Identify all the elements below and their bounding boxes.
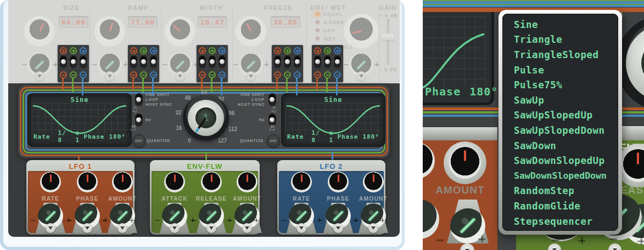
env-attack-target-button[interactable] — [170, 223, 180, 233]
radio-wet[interactable] — [316, 37, 320, 41]
radio-equal[interactable] — [316, 12, 320, 16]
drywet-knob[interactable] — [344, 14, 379, 49]
knob-line — [368, 211, 378, 221]
lfo2-phase-knob[interactable] — [328, 172, 349, 192]
knob-pointer — [122, 174, 124, 182]
menu-item-sawdownslopeddown[interactable]: SawDownSlopedDown — [502, 168, 618, 184]
menu-item-triangle[interactable]: Triangle — [502, 32, 618, 48]
env-attack-knob[interactable] — [164, 172, 185, 192]
lfo1-mode-toggle[interactable] — [135, 93, 143, 106]
menu-item-sawdownslopedup[interactable]: SawDownSlopedUp — [502, 153, 618, 168]
mod-toggle-lfo2[interactable] — [219, 55, 226, 69]
freeze-knob[interactable] — [236, 16, 266, 47]
knob-pointer — [338, 174, 339, 182]
menu-item-stepsequencer[interactable]: Stepsequencer — [502, 214, 618, 229]
mod-patchbay-size — [58, 45, 89, 82]
mod-toggle-lfo1[interactable] — [60, 55, 67, 69]
mod-toggle-lfo1[interactable] — [199, 55, 206, 69]
rate-mult-value[interactable]: x 1 — [75, 129, 83, 144]
lfo1-quantize-button[interactable]: OFF — [132, 134, 145, 147]
phase-value[interactable]: 180° — [109, 133, 126, 140]
lfo2-quantize-button[interactable]: OFF — [267, 134, 280, 147]
mod-toggle-lfo2[interactable] — [294, 55, 301, 69]
cable-blue — [152, 77, 154, 95]
lfo1-amount-knob[interactable] — [112, 172, 133, 192]
lfo2-amount-knob[interactable] — [363, 172, 384, 192]
menu-item-pulse[interactable]: Pulse — [502, 63, 618, 78]
steps-knob[interactable]: 1 — [188, 100, 224, 136]
rate-value[interactable]: 1/ 8 — [312, 129, 323, 144]
mod-toggle-lfo1[interactable] — [130, 55, 137, 69]
amount-target-button[interactable] — [460, 243, 474, 250]
radio-dry[interactable] — [316, 29, 320, 32]
env-target-button[interactable] — [548, 243, 561, 250]
knob-pointer — [172, 25, 181, 32]
mod-toggle-env[interactable] — [209, 55, 216, 69]
mod-toggle-lfo2[interactable] — [80, 55, 87, 69]
divider — [89, 4, 90, 80]
env-target-button[interactable] — [608, 243, 621, 250]
minus-icon — [21, 61, 27, 67]
menu-item-sawupslopeddown[interactable]: SawUpSlopedDown — [502, 123, 618, 138]
knob-line — [206, 211, 216, 221]
lfo2-mode-toggle[interactable] — [268, 93, 276, 106]
freeze-mod-menu-button[interactable] — [246, 71, 256, 81]
menu-item-randomglide[interactable]: RandomGlide — [502, 198, 618, 214]
env-flw-panel: ENV-FLW ATTACK RELEASE AMOUNT — [150, 160, 260, 235]
plus-icon — [219, 47, 226, 54]
mod-toggle-lfo1[interactable] — [274, 55, 281, 69]
mod-toggle-env[interactable] — [324, 55, 331, 69]
size-mod-menu-button[interactable] — [35, 71, 44, 81]
gain-slider-track[interactable] — [387, 19, 389, 65]
menu-item-sawdown[interactable]: SawDown — [502, 138, 618, 154]
menu-item-pulse75[interactable]: Pulse75% — [502, 77, 618, 93]
mod-toggle-lfo2[interactable] — [334, 55, 341, 69]
env-release-knob[interactable] — [201, 172, 222, 192]
mod-toggle-lfo1[interactable] — [314, 55, 321, 69]
freeze-label: FREEZE — [256, 4, 300, 11]
lfo1-phase-target-button[interactable] — [82, 223, 92, 233]
radio-xfade[interactable] — [316, 20, 320, 24]
width-knob[interactable] — [165, 16, 195, 47]
lfo2-phase-target-button[interactable] — [333, 223, 343, 233]
phase-value[interactable]: 180° — [363, 133, 380, 140]
menu-item-trianglesloped[interactable]: TriangleSloped — [502, 47, 618, 63]
freeze-value-display: 38.88 — [271, 16, 300, 28]
lfo2-rate-target-button[interactable] — [296, 223, 306, 233]
mod-toggle-lfo2[interactable] — [150, 55, 157, 69]
lfo2-rate-knob[interactable] — [291, 172, 312, 192]
rate-mult-value[interactable]: x 1 — [329, 129, 337, 144]
lfo2-panel: LFO 2 RATE PHASE AMOUNT — [277, 160, 385, 235]
lfo1-panel: LFO 1 RATE PHASE AMOUNT — [26, 160, 135, 235]
env-amount-label: AMOUNT — [229, 195, 265, 202]
amount-knob[interactable] — [449, 147, 481, 179]
phase-value[interactable]: 180° — [469, 85, 498, 98]
lfo1-rate-target-button[interactable] — [46, 223, 55, 233]
menu-item-randomstep[interactable]: RandomStep — [502, 184, 618, 199]
env-release-target-button[interactable] — [206, 223, 216, 233]
mod-toggle-env[interactable] — [70, 55, 77, 69]
env-amount-target-button[interactable] — [242, 223, 252, 233]
lfo1-rate-label: RATE — [33, 195, 68, 202]
damp-mod-menu-button[interactable] — [105, 71, 115, 81]
damp-knob[interactable] — [94, 16, 125, 47]
lfo1-rate-unit-toggle[interactable] — [135, 113, 143, 127]
lfo1-amount-target-button[interactable] — [117, 223, 127, 233]
width-label: WIDTH — [189, 4, 233, 11]
menu-item-sine[interactable]: Sine — [502, 17, 618, 32]
rate-value[interactable]: 1/ 8 — [58, 129, 69, 144]
mod-toggle-env[interactable] — [140, 55, 147, 69]
lfo1-rate-knob[interactable] — [40, 172, 61, 192]
env-amount-knob[interactable] — [237, 172, 257, 192]
knob-line — [176, 60, 184, 69]
lfo2-amount-target-button[interactable] — [368, 223, 378, 233]
lfo1-phase-knob[interactable] — [77, 172, 98, 192]
size-knob[interactable] — [24, 16, 55, 47]
menu-item-sawupslopedup[interactable]: SawUpSlopedUp — [502, 108, 618, 123]
mod-toggle-env[interactable] — [284, 55, 291, 69]
lfo2-panel-body: RATE PHASE AMOUNT — [279, 171, 384, 233]
menu-item-sawup[interactable]: SawUp — [502, 93, 618, 108]
gain-slider-handle[interactable] — [382, 34, 394, 41]
drywet-mod-menu-button[interactable] — [356, 71, 366, 81]
width-mod-menu-button[interactable] — [175, 71, 185, 81]
